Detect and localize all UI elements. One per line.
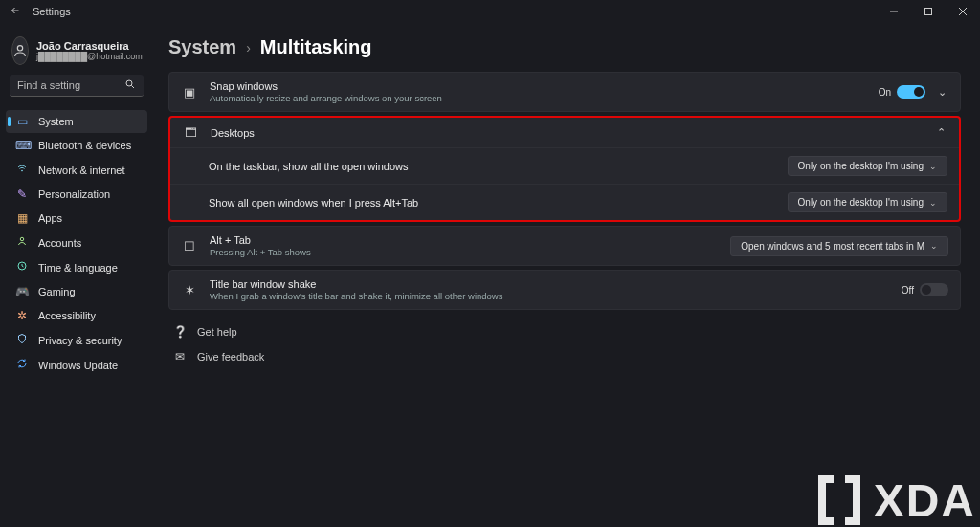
sidebar-item-bluetooth[interactable]: ⌨ Bluetooth & devices [6, 134, 147, 157]
nav-label: Windows Update [38, 360, 118, 371]
search-input[interactable] [10, 75, 144, 97]
desktops-header-row[interactable]: 🗔 Desktops ⌃ [170, 118, 959, 148]
sidebar-item-privacy[interactable]: Privacy & security [6, 328, 147, 352]
chevron-up-icon[interactable]: ⌃ [934, 126, 947, 139]
sidebar-item-apps[interactable]: ▦ Apps [6, 207, 147, 230]
gamepad-icon: 🎮 [15, 285, 29, 298]
user-email: j████████@hotmail.com [36, 52, 143, 61]
sidebar-item-time[interactable]: Time & language [6, 255, 147, 279]
nav-label: System [38, 116, 74, 127]
row-title: Desktops [211, 127, 919, 139]
sidebar-item-accounts[interactable]: Accounts [6, 231, 147, 254]
user-block[interactable]: João Carrasqueira j████████@hotmail.com [6, 33, 147, 75]
dropdown-value: Open windows and 5 most recent tabs in M [741, 241, 924, 252]
apps-icon: ▦ [15, 211, 29, 225]
get-help-link[interactable]: ❔ Get help [168, 319, 961, 344]
link-label: Give feedback [197, 351, 264, 362]
svg-point-4 [17, 46, 22, 51]
avatar [11, 36, 29, 65]
snap-icon: ▣ [181, 85, 198, 99]
chevron-down-icon: ⌄ [930, 241, 938, 251]
watermark-text: XDA [874, 474, 976, 527]
shake-icon: ✶ [181, 283, 198, 297]
search-icon [124, 78, 136, 93]
nav-label: Network & internet [38, 165, 124, 176]
nav-label: Gaming [38, 286, 76, 297]
row-desc: Automatically resize and arrange windows… [210, 93, 867, 103]
chevron-right-icon: › [246, 40, 251, 55]
page-title: Multitasking [260, 36, 372, 58]
status-label: Off [902, 285, 914, 296]
row-title: Alt + Tab [210, 234, 719, 246]
accessibility-icon: ✲ [15, 309, 29, 322]
system-icon: ▭ [15, 115, 29, 128]
nav-label: Apps [38, 212, 62, 224]
bluetooth-icon: ⌨ [15, 139, 29, 152]
shield-icon [15, 333, 29, 347]
nav-label: Time & language [38, 262, 118, 274]
sidebar-item-update[interactable]: Windows Update [6, 353, 147, 377]
dropdown-value: Only on the desktop I'm using [798, 161, 924, 171]
svg-line-6 [131, 85, 134, 88]
nav-label: Bluetooth & devices [38, 140, 131, 151]
sidebar-item-network[interactable]: Network & internet [6, 158, 147, 182]
xda-logo-icon [813, 472, 866, 527]
desktops-taskbar-row: On the taskbar, show all the open window… [170, 148, 959, 185]
breadcrumb: System › Multitasking [168, 31, 961, 72]
feedback-icon: ✉ [172, 350, 188, 363]
give-feedback-link[interactable]: ✉ Give feedback [168, 344, 961, 369]
search-wrap [6, 75, 147, 106]
shake-toggle[interactable] [920, 283, 948, 296]
row-title: On the taskbar, show all the open window… [209, 161, 776, 172]
svg-point-8 [20, 237, 24, 241]
sidebar-item-personalization[interactable]: ✎ Personalization [6, 183, 147, 206]
svg-point-7 [22, 170, 23, 171]
alttab-icon: ☐ [181, 239, 198, 253]
maximize-button[interactable] [911, 0, 946, 23]
minimize-button[interactable] [877, 0, 911, 23]
desktops-alttab-row: Show all open windows when I press Alt+T… [170, 185, 959, 220]
row-title: Show all open windows when I press Alt+T… [209, 197, 776, 209]
nav-label: Accounts [38, 237, 81, 249]
update-icon [15, 358, 29, 372]
chevron-down-icon[interactable]: ⌄ [935, 86, 948, 99]
nav-label: Accessibility [38, 310, 96, 321]
alttab-dropdown[interactable]: Open windows and 5 most recent tabs in M… [730, 236, 948, 256]
snap-toggle[interactable] [897, 85, 925, 99]
row-desc: When I grab a window's title bar and sha… [210, 291, 890, 301]
help-icon: ❔ [172, 325, 188, 339]
svg-point-5 [126, 80, 132, 86]
chevron-down-icon: ⌄ [929, 162, 937, 171]
desktops-alttab-dropdown[interactable]: Only on the desktop I'm using ⌄ [788, 192, 947, 212]
sidebar: João Carrasqueira j████████@hotmail.com … [0, 23, 153, 527]
main-layout: João Carrasqueira j████████@hotmail.com … [0, 23, 980, 527]
desktops-icon: 🗔 [182, 125, 199, 140]
sidebar-item-gaming[interactable]: 🎮 Gaming [6, 280, 147, 303]
xda-watermark: XDA [813, 472, 976, 527]
status-label: On [879, 87, 891, 98]
link-label: Get help [197, 326, 237, 338]
sidebar-item-system[interactable]: ▭ System [6, 110, 147, 133]
desktops-taskbar-dropdown[interactable]: Only on the desktop I'm using ⌄ [788, 156, 947, 176]
nav: ▭ System ⌨ Bluetooth & devices Network &… [6, 110, 147, 377]
close-button[interactable] [946, 0, 980, 23]
brush-icon: ✎ [15, 187, 29, 201]
breadcrumb-parent[interactable]: System [168, 36, 236, 58]
panel-alttab: ☐ Alt + Tab Pressing Alt + Tab shows Ope… [168, 226, 961, 266]
back-button[interactable] [8, 5, 23, 18]
sidebar-item-accessibility[interactable]: ✲ Accessibility [6, 304, 147, 327]
svg-rect-1 [925, 9, 932, 15]
person-icon [15, 235, 29, 250]
panel-desktops: 🗔 Desktops ⌃ On the taskbar, show all th… [168, 116, 961, 222]
clock-icon [15, 260, 29, 274]
chevron-down-icon: ⌄ [929, 198, 937, 208]
dropdown-value: Only on the desktop I'm using [798, 197, 924, 208]
user-text: João Carrasqueira j████████@hotmail.com [36, 40, 143, 61]
titlebar: Settings [0, 0, 980, 23]
nav-label: Personalization [38, 188, 110, 200]
panel-window-shake[interactable]: ✶ Title bar window shake When I grab a w… [168, 270, 961, 310]
user-name: João Carrasqueira [36, 40, 143, 52]
nav-label: Privacy & security [38, 335, 122, 346]
panel-snap-windows[interactable]: ▣ Snap windows Automatically resize and … [168, 72, 961, 112]
content: System › Multitasking ▣ Snap windows Aut… [153, 23, 980, 527]
